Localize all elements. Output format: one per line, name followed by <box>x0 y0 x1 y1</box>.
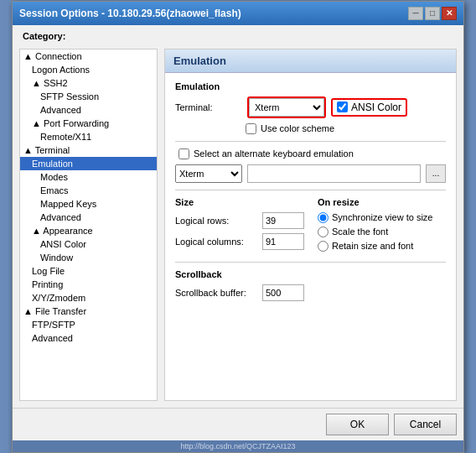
alt-keyboard-browse-button[interactable]: ... <box>426 164 446 183</box>
sidebar-item-advanced-ssh2[interactable]: Advanced <box>20 103 157 117</box>
terminal-row: Terminal: Xterm VT100 VT220 ANSI Linux A… <box>175 96 446 118</box>
terminal-label: Terminal: <box>175 102 242 112</box>
scrollback-buffer-input[interactable] <box>262 284 304 301</box>
terminal-select[interactable]: Xterm VT100 VT220 ANSI Linux <box>249 98 324 117</box>
sidebar-item-terminal[interactable]: ▲ Terminal <box>20 143 157 157</box>
minimize-button[interactable]: ─ <box>408 7 423 20</box>
sidebar-item-log-file[interactable]: Log File <box>20 264 157 278</box>
sidebar-item-emulation[interactable]: Emulation <box>20 157 157 170</box>
size-section: Size Logical rows: Logical columns: <box>175 197 304 255</box>
sidebar-item-sftp-session[interactable]: SFTP Session <box>20 90 157 103</box>
sidebar-item-ftp-sftp[interactable]: FTP/SFTP <box>20 318 157 331</box>
window-title: Session Options - 10.180.29.56(zhaowei_f… <box>19 8 241 19</box>
sync-view-size-item: Synchronize view to size <box>318 212 446 223</box>
title-bar-buttons: ─ □ ✕ <box>408 7 457 20</box>
retain-size-label: Retain size and font <box>332 241 413 251</box>
on-resize-section: On resize Synchronize view to size Scale… <box>318 197 446 255</box>
sidebar-item-printing[interactable]: Printing <box>20 278 157 291</box>
alt-keyboard-row: Select an alternate keyboard emulation <box>175 148 446 159</box>
sidebar-item-ansi-color[interactable]: ANSI Color <box>20 237 157 251</box>
logical-rows-label: Logical rows: <box>175 216 259 226</box>
size-section-title: Size <box>175 197 304 207</box>
sidebar-item-port-forwarding[interactable]: ▲ Port Forwarding <box>20 117 157 130</box>
use-color-scheme-row: Use color scheme <box>175 123 446 134</box>
sidebar-item-mapped-keys[interactable]: Mapped Keys <box>20 197 157 211</box>
sidebar-item-window[interactable]: Window <box>20 251 157 264</box>
main-content: ▲ ConnectionLogon Actions▲ SSH2SFTP Sess… <box>13 42 463 408</box>
use-color-scheme-checkbox[interactable] <box>246 123 256 134</box>
session-options-window: Session Options - 10.180.29.56(zhaowei_f… <box>12 1 464 453</box>
panel-body: Emulation Terminal: Xterm VT100 VT220 AN… <box>165 73 456 314</box>
ansi-color-wrap: ANSI Color <box>331 98 407 117</box>
scrollback-section: Scrollback Scrollback buffer: <box>175 269 446 301</box>
scale-font-label: Scale the font <box>332 226 388 237</box>
scrollback-buffer-row: Scrollback buffer: <box>175 284 446 301</box>
on-resize-title: On resize <box>318 197 446 207</box>
logical-columns-label: Logical columns: <box>175 237 259 247</box>
title-bar: Session Options - 10.180.29.56(zhaowei_f… <box>13 2 463 25</box>
sidebar-item-advanced-terminal[interactable]: Advanced <box>20 211 157 224</box>
ansi-color-checkbox[interactable] <box>337 102 348 112</box>
sync-view-radio[interactable] <box>318 212 329 223</box>
panel-title: Emulation <box>165 49 456 73</box>
terminal-select-wrap: Xterm VT100 VT220 ANSI Linux <box>247 96 326 118</box>
scale-font-item: Scale the font <box>318 226 446 237</box>
logical-columns-input[interactable] <box>262 233 304 250</box>
sidebar-item-appearance[interactable]: ▲ Appearance <box>20 224 157 237</box>
ok-button[interactable]: OK <box>326 414 389 435</box>
emulation-section-label: Emulation <box>175 81 446 91</box>
watermark: http://blog.csdn.net/QCJTZAAI123 <box>13 440 463 452</box>
sidebar-item-ssh2[interactable]: ▲ SSH2 <box>20 76 157 90</box>
logical-rows-input[interactable] <box>262 212 304 229</box>
sidebar-item-emacs[interactable]: Emacs <box>20 184 157 197</box>
sidebar-item-advanced-ft[interactable]: Advanced <box>20 331 157 345</box>
alt-keyboard-input[interactable] <box>247 164 421 183</box>
sidebar-item-xy-zmodem[interactable]: X/Y/Zmodem <box>20 291 157 305</box>
sidebar-item-file-transfer[interactable]: ▲ File Transfer <box>20 305 157 318</box>
retain-size-radio[interactable] <box>318 241 329 252</box>
ansi-color-label: ANSI Color <box>351 102 401 113</box>
sidebar-item-logon-actions[interactable]: Logon Actions <box>20 63 157 76</box>
settings-panel: Emulation Emulation Terminal: Xterm VT10… <box>164 49 457 401</box>
alt-keyboard-select[interactable]: Xterm <box>175 164 242 183</box>
logical-rows-row: Logical rows: <box>175 212 304 229</box>
sidebar-item-modes[interactable]: Modes <box>20 170 157 184</box>
category-label: Category: <box>19 29 69 43</box>
logical-columns-row: Logical columns: <box>175 233 304 250</box>
maximize-button[interactable]: □ <box>425 7 440 20</box>
cancel-button[interactable]: Cancel <box>394 414 457 435</box>
scale-font-radio[interactable] <box>318 226 329 237</box>
sync-view-label: Synchronize view to size <box>332 212 432 222</box>
scrollback-title: Scrollback <box>175 269 446 279</box>
sidebar-item-connection[interactable]: ▲ Connection <box>20 49 157 63</box>
scrollback-buffer-label: Scrollback buffer: <box>175 288 259 298</box>
sidebar-item-remote-x11[interactable]: Remote/X11 <box>20 130 157 143</box>
category-tree: ▲ ConnectionLogon Actions▲ SSH2SFTP Sess… <box>19 49 158 401</box>
size-resize-section: Size Logical rows: Logical columns: On r… <box>175 197 446 255</box>
footer: OK Cancel <box>13 408 463 440</box>
alt-keyboard-checkbox[interactable] <box>178 148 189 159</box>
alt-keyboard-controls: Xterm ... <box>175 164 446 183</box>
alt-keyboard-label: Select an alternate keyboard emulation <box>194 148 354 159</box>
retain-size-item: Retain size and font <box>318 241 446 252</box>
close-button[interactable]: ✕ <box>442 7 457 20</box>
use-color-scheme-label: Use color scheme <box>261 123 334 133</box>
